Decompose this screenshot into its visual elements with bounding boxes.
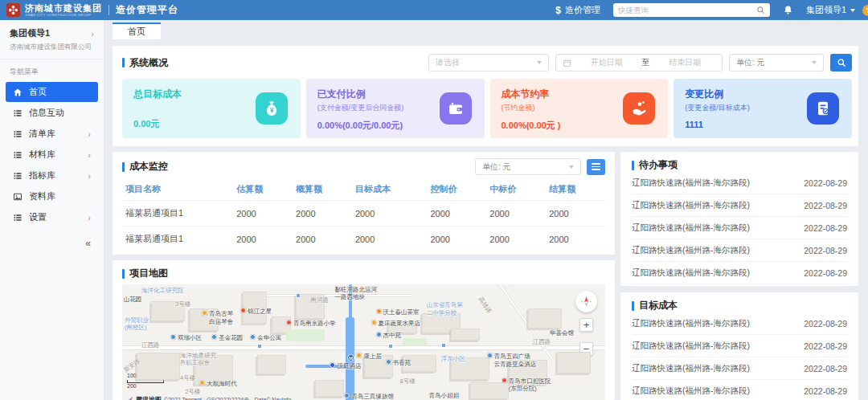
map-label: 山花园 xyxy=(124,296,142,304)
list-item-name: 辽阳路快速路(福州路-海尔路段) xyxy=(632,200,750,211)
stat-card-total-target-cost[interactable]: 总目标成本 0.00元 ¥ xyxy=(122,79,301,138)
table-row[interactable]: 福莱易通项目1200020002000200020002000 xyxy=(122,201,605,227)
list-item[interactable]: 辽阳路快速路(福州路-海尔路段)2022-08-29 xyxy=(632,172,847,194)
stat-card-change-ratio[interactable]: 变更比例 (变更金额/目标成本) 1111 xyxy=(674,79,852,138)
map-label: 南润路 xyxy=(310,296,329,304)
notification-bell-icon[interactable] xyxy=(783,5,793,15)
tab-home[interactable]: 首页 xyxy=(113,22,161,39)
sidebar-item-label: 资料库 xyxy=(29,190,55,202)
project-map-panel: 项目地图 xyxy=(113,260,615,400)
list-item-date: 2022-08-29 xyxy=(804,268,847,278)
map-label: 浮东小区 xyxy=(441,355,465,363)
table-header-row: 项目名称估算额概算额目标成本控制价中标价结算额 xyxy=(122,178,605,201)
map-label: 外贸职业 (南校区) xyxy=(125,316,149,333)
list-item[interactable]: 辽阳路快速路(福州路-海尔路段)2022-08-29 xyxy=(632,335,847,357)
cost-management-button[interactable]: $ 造价管理 xyxy=(555,4,600,16)
list-icon xyxy=(13,171,23,181)
date-end-placeholder: 结束日期 xyxy=(655,57,716,68)
map-label: 大航海时代 xyxy=(199,380,237,388)
emblem-icon xyxy=(8,5,18,15)
list-item[interactable]: 辽阳路快速路(福州路-海尔路段)2022-08-29 xyxy=(632,357,847,380)
poi-dot-icon xyxy=(250,334,256,340)
date-range-picker[interactable]: 开始日期 至 结束日期 xyxy=(555,54,723,71)
search-input[interactable] xyxy=(618,6,756,14)
project-select[interactable]: 请选择 xyxy=(428,54,549,71)
sidebar-item-指标库[interactable]: 指标库› xyxy=(6,165,98,186)
sidebar-item-信息互动[interactable]: 信息互动 xyxy=(6,103,98,123)
money-bag-icon: ¥ xyxy=(256,92,288,124)
stat-card-cost-saving-rate[interactable]: 成本节约率 (节约金额) 0.00%(0.00元 ) xyxy=(490,79,669,138)
sidebar: 集团领导1 › 济南城市建设集团有限公司 导航菜单 首页信息互动清单库›材料库›… xyxy=(0,20,104,400)
compass-control[interactable] xyxy=(575,291,597,312)
unit-select[interactable]: 单位: 元 xyxy=(729,54,824,71)
target-cost-list: 辽阳路快速路(福州路-海尔路段)2022-08-29辽阳路快速路(福州路-海尔路… xyxy=(632,312,847,400)
todo-panel: 待办事项 辽阳路快速路(福州路-海尔路段)2022-08-29辽阳路快速路(福州… xyxy=(620,152,858,286)
org-company-name: 济南城市建设集团有限公司 xyxy=(10,43,94,52)
table-row[interactable]: 福莱易通项目1200020002000200020002000 xyxy=(122,227,605,252)
poi-dot-icon xyxy=(371,320,377,325)
column-header: 项目名称 xyxy=(122,178,233,201)
map-label: 江西路 xyxy=(141,341,160,349)
user-name: 集团领导1 xyxy=(806,4,846,16)
title-accent-bar xyxy=(122,58,125,67)
list-item[interactable]: 辽阳路快速路(福州路-海尔路段)2022-08-29 xyxy=(632,217,847,239)
list-item-date: 2022-08-29 xyxy=(804,341,847,351)
map-label: 青岛五四广场 云青路亚朵酒店 xyxy=(487,353,537,369)
chevron-right-icon: › xyxy=(88,150,91,160)
map-building xyxy=(315,380,344,397)
column-header: 目标成本 xyxy=(352,178,428,201)
cost-monitor-title: 成本监控 xyxy=(122,160,168,173)
org-group-name: 集团领导1 xyxy=(10,27,50,39)
list-item-date: 2022-08-29 xyxy=(804,246,847,255)
map-label: 汉庭酒店 xyxy=(330,362,361,370)
overview-filters: 请选择 开始日期 至 xyxy=(428,54,852,71)
map-zoom-in-button[interactable]: + xyxy=(579,318,593,332)
poi-dot-icon xyxy=(286,320,292,325)
dollar-icon: $ xyxy=(555,5,561,16)
list-item[interactable]: 辽阳路快速路(福州路-海尔路段)2022-08-29 xyxy=(632,312,847,335)
list-item[interactable]: 辽阳路快速路(福州路-海尔路段)2022-08-29 xyxy=(632,262,847,284)
table-cell: 2000 xyxy=(546,227,605,252)
sidebar-item-资料库[interactable]: 资料库 xyxy=(6,186,98,206)
sidebar-item-label: 信息互动 xyxy=(29,107,64,119)
user-menu[interactable]: 集团领导1 xyxy=(806,4,855,16)
list-item[interactable]: 辽阳路快速路(福州路-海尔路段)2022-08-29 xyxy=(632,194,847,217)
chevron-down-icon xyxy=(850,9,855,12)
sidebar-item-清单库[interactable]: 清单库› xyxy=(6,124,98,144)
list-item-name: 辽阳路快速路(福州路-海尔路段) xyxy=(632,363,750,374)
map-label: 高雄路 xyxy=(477,296,493,315)
image-icon xyxy=(13,192,23,202)
app-header: 济南城市建设集团 JINAN CITY CONSTRUCTION GROUP 造… xyxy=(0,0,868,20)
quick-search-box[interactable] xyxy=(613,3,770,17)
column-header: 结算额 xyxy=(546,178,605,201)
list-item-name: 辽阳路快速路(福州路-海尔路段) xyxy=(632,245,750,256)
map-canvas[interactable]: + − 100米 200 xyxy=(122,284,605,400)
project-map-title: 项目地图 xyxy=(122,267,605,280)
table-cell: 2000 xyxy=(293,201,352,227)
map-label: 海洋地质研究 所职工宿舍 xyxy=(180,352,216,368)
list-item-date: 2022-08-29 xyxy=(804,178,847,188)
table-cell: 2000 xyxy=(352,227,428,252)
poi-dot-icon xyxy=(330,362,335,368)
sidebar-item-首页[interactable]: 首页 xyxy=(6,82,98,102)
list-item-name: 辽阳路快速路(福州路-海尔路段) xyxy=(632,267,750,279)
monitor-unit-select[interactable]: 单位: 元 xyxy=(475,158,581,175)
sidebar-item-设置[interactable]: 设置› xyxy=(6,207,98,227)
stat-card-paid-ratio[interactable]: 已支付比例 (支付金额/变更后合同金额) 0.00%(0.00元/0.00元) xyxy=(306,79,485,138)
sidebar-collapse-button[interactable]: « xyxy=(0,228,104,259)
list-item[interactable]: 辽阳路快速路(福州路-海尔路段)2022-08-29 xyxy=(632,239,847,262)
app-title: 造价管理平台 xyxy=(116,3,178,17)
overview-search-button[interactable] xyxy=(830,54,852,71)
chevron-down-icon xyxy=(569,165,574,169)
search-icon[interactable] xyxy=(756,6,765,14)
list-item[interactable]: 辽阳路快速路(福州路-海尔路段)2022-08-29 xyxy=(632,380,847,400)
bus-stop-icon xyxy=(388,344,393,349)
org-block[interactable]: 集团领导1 › 济南城市建设集团有限公司 xyxy=(0,20,104,59)
list-icon xyxy=(13,108,23,118)
column-header: 中标价 xyxy=(486,178,546,201)
map-green-area xyxy=(403,338,427,345)
list-view-button[interactable] xyxy=(587,159,605,175)
map-label: 华善会馆 xyxy=(550,329,574,337)
sidebar-item-材料库[interactable]: 材料库› xyxy=(6,145,98,165)
help-icon[interactable]: ? xyxy=(862,5,868,16)
